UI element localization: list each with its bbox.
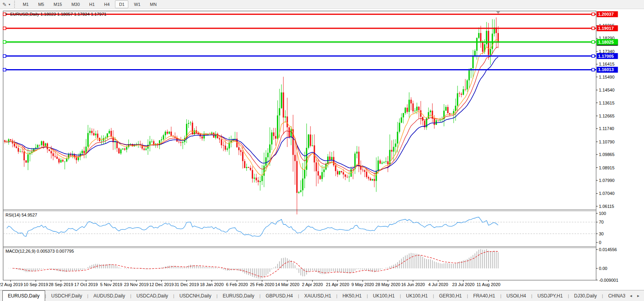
timeframe-button-m30[interactable]: M30 [68,0,84,8]
candle-body [240,150,241,152]
candle-body [82,151,83,154]
candle-body [120,149,121,153]
chart-tab-6[interactable]: GBPUSD,H4 [261,290,298,301]
candle-body [401,117,402,123]
candle-body [279,108,280,115]
candle-body [314,145,315,162]
candle-body [358,152,359,166]
price-tick-label: 1.10790 [599,139,615,144]
chart-tab-15[interactable]: DJ30,Daily [569,290,602,301]
chart-tab-4[interactable]: USDCNH,Daily [174,290,216,301]
chart-tab-12[interactable]: FRA40,H1 [468,290,500,301]
candle-body [267,153,268,158]
line-handle[interactable] [592,68,595,71]
tab-scroll-right-icon[interactable]: ► [637,294,640,298]
line-handle[interactable] [592,55,595,57]
chart-tab-16[interactable]: CHINA300,H1 [603,290,626,301]
candle-body [95,134,96,135]
candle-body [374,179,375,181]
candle-body [51,151,52,154]
candle-body [391,150,392,151]
chart-tab-9[interactable]: UK100,H1 [368,290,400,301]
candle-body [457,93,458,106]
candle-body [455,106,456,111]
timeframe-button-mn[interactable]: MN [146,0,161,8]
tab-scroll-left-icon[interactable]: ◄ [629,294,633,298]
line-handle[interactable] [3,40,6,43]
candle-body [347,177,348,177]
chart-title-text: EURUSD,Daily 1.18023 1.18057 1.17834 1.1… [10,12,106,17]
candle-body [87,133,88,147]
timeframe-button-m1[interactable]: M1 [19,0,33,8]
candle-body [445,107,447,110]
chart-tab-10[interactable]: UK100,H1 [401,290,433,301]
line-handle[interactable] [592,13,595,16]
candle-body [182,142,183,143]
chart-tab-8[interactable]: HK50,H1 [338,290,367,301]
candle-body [335,165,336,171]
candle-body [255,178,257,180]
line-price-badge-text: 1.16013 [598,67,614,72]
chart-tab-7[interactable]: XAUUSD,H1 [299,290,336,301]
chart-tab-14[interactable]: USDJPY,H1 [532,290,567,301]
candle-body [37,145,38,148]
chart-tab-5[interactable]: EURUSD,Daily [217,290,259,301]
timeframe-button-w1[interactable]: W1 [130,0,144,8]
price-tick-label: 1.07040 [599,191,615,196]
chart-canvas[interactable]: 1.192151.182901.173401.164151.154901.145… [0,0,644,301]
candle-body [337,171,338,174]
line-handle[interactable] [3,55,6,57]
line-price-badge-text: 1.20037 [598,12,614,17]
candle-body [331,157,332,160]
chart-title: ▼ EURUSD,Daily 1.18023 1.18057 1.17834 1… [5,12,106,17]
candle-body [238,147,239,150]
timeframe-button-m15[interactable]: M15 [49,0,66,8]
candle-body [463,89,464,95]
chart-tab-1[interactable]: USDCHF,Daily [46,290,88,301]
macd-axis-label: 0.014556 [599,247,617,252]
timeframe-button-h1[interactable]: H1 [85,0,99,8]
date-tick-label: 21 Apr 2020 [326,282,349,287]
candle-body [257,180,259,182]
chart-tab-0[interactable]: EURUSD,Daily [2,290,45,301]
timeframe-button-m5[interactable]: M5 [34,0,48,8]
line-handle[interactable] [3,68,6,71]
line-handle[interactable] [3,27,6,29]
candle-body [418,107,420,110]
line-tool-button[interactable]: ✎ ▾ [0,2,13,7]
date-tick-label: 5 Nov 2019 [100,282,122,287]
date-tick-label: 16 Jun 2020 [401,282,425,287]
candle-body [432,111,433,119]
price-tick-label: 1.12665 [599,114,615,118]
candle-body [76,158,77,160]
candle-body [170,132,171,136]
line-handle[interactable] [592,40,595,43]
chart-tab-3[interactable]: USDCAD,Daily [131,290,173,301]
chart-dropdown-icon[interactable]: ▼ [5,13,8,16]
candle-body [283,92,284,117]
timeframe-button-d1[interactable]: D1 [115,0,128,8]
timeframe-button-h4[interactable]: H4 [100,0,113,8]
candle-body [178,142,179,142]
candle-body [310,134,311,146]
candle-body [22,151,23,152]
candle-body [467,80,468,89]
candle-body [428,112,429,118]
macd-indicator-label: MACD(12,26,9) 0.005373 0.007795 [5,249,74,253]
candle-body [430,111,431,112]
candle-body [317,171,319,176]
candle-body [414,111,416,112]
candle-body [383,162,385,163]
line-handle[interactable] [592,27,595,29]
candle-body [93,133,94,136]
candle-body [304,170,305,178]
candle-body [345,174,346,177]
chart-tab-11[interactable]: GER30,H1 [434,290,467,301]
candle-body [312,145,313,146]
date-tick-label: 23 Jul 2020 [452,282,474,287]
candle-body [35,147,36,148]
chart-tab-2[interactable]: AUDUSD,Daily [88,290,130,301]
date-tick-label: 28 Sep 2019 [49,282,73,287]
chart-tab-13[interactable]: USOil,H4 [502,290,531,301]
candle-body [438,120,439,121]
